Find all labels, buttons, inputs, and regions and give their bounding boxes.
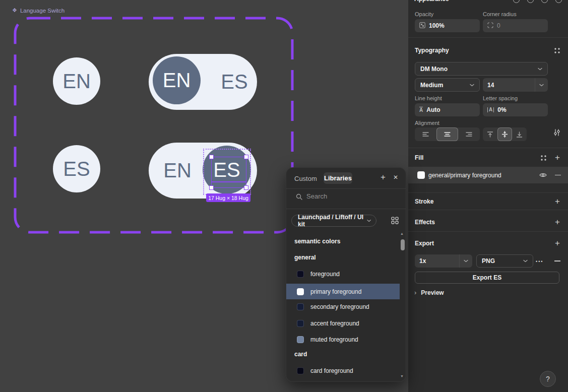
component-name-label[interactable]: ❖ Language Switch: [12, 7, 65, 14]
selection-bounding-box[interactable]: [211, 157, 246, 188]
library-selector-dropdown[interactable]: Launchpad / Liftoff / UI kit: [291, 215, 376, 227]
chevron-down-icon: [367, 219, 371, 222]
scroll-down-icon[interactable]: ▼: [400, 374, 404, 378]
header-icon-1[interactable]: [513, 0, 520, 3]
alignment-label: Alignment: [415, 120, 439, 126]
list-item-secondary-foreground[interactable]: secondary foreground: [286, 299, 400, 314]
grid-view-icon[interactable]: [391, 217, 399, 226]
component-frame-dashed-border[interactable]: [14, 17, 294, 234]
color-swatch: [297, 303, 304, 310]
color-swatch: [297, 320, 304, 327]
export-format-select[interactable]: PNG: [476, 254, 533, 268]
toggle-single-en[interactable]: EN: [53, 57, 100, 105]
search-input[interactable]: Search: [306, 192, 327, 200]
opacity-label: Opacity: [415, 11, 433, 17]
section-title-typography: Typography: [415, 47, 449, 54]
chevron-down-icon: [538, 68, 542, 71]
fill-row[interactable]: general/primary foreground: [408, 167, 568, 183]
add-icon[interactable]: +: [378, 172, 388, 182]
corner-radius-icon: [487, 22, 493, 30]
header-icon-2[interactable]: [527, 0, 534, 3]
list-item-foreground[interactable]: foreground: [286, 267, 400, 282]
export-remove-icon[interactable]: [554, 260, 560, 262]
libraries-panel: Custom Libraries + ✕ Search Launchpad / …: [286, 167, 406, 382]
font-family-select[interactable]: DM Mono: [415, 62, 548, 76]
font-size-value: 14: [487, 82, 494, 89]
export-more-icon[interactable]: •••: [536, 259, 543, 264]
list-item-accent-foreground[interactable]: accent foreground: [286, 316, 400, 331]
align-top-button[interactable]: [483, 127, 497, 141]
corner-radius-label: Corner radius: [483, 11, 517, 17]
opacity-input[interactable]: 100%: [415, 19, 480, 32]
selection-baseline: [212, 181, 246, 182]
letter-spacing-icon: A: [487, 107, 494, 112]
fill-styles-icon[interactable]: [540, 154, 547, 164]
fill-color-swatch[interactable]: [417, 171, 425, 179]
letter-spacing-input[interactable]: A 0%: [483, 103, 548, 116]
help-button[interactable]: ?: [540, 371, 556, 387]
font-family-value: DM Mono: [420, 66, 448, 73]
scrollbar-thumb[interactable]: [401, 239, 405, 250]
toggle-option-es[interactable]: ES: [212, 54, 257, 110]
toggle-knob-en[interactable]: EN: [153, 56, 201, 104]
font-size-select[interactable]: 14: [483, 78, 548, 92]
chevron-down-icon: [523, 259, 528, 263]
fill-remove-icon[interactable]: [555, 175, 561, 176]
tab-custom[interactable]: Custom: [294, 175, 317, 182]
horizontal-align-group: [415, 127, 480, 141]
selection-handle-top-left[interactable]: [209, 155, 214, 159]
opacity-value: 100%: [429, 22, 445, 29]
toggle-single-es[interactable]: ES: [53, 145, 100, 192]
letter-spacing-value: 0%: [497, 106, 506, 113]
close-icon[interactable]: ✕: [391, 173, 400, 182]
selection-handle-top-right[interactable]: [244, 155, 248, 159]
toggle-single-es-text: ES: [63, 158, 90, 180]
tab-libraries[interactable]: Libraries: [324, 172, 352, 184]
fill-add-icon[interactable]: +: [555, 153, 560, 162]
corner-radius-value: 0: [497, 22, 500, 29]
figma-editor: ❖ Language Switch EN EN ES ES EN ES 17 H…: [0, 0, 568, 392]
line-height-input[interactable]: A Auto: [415, 103, 480, 116]
opacity-icon: [419, 22, 425, 30]
font-weight-value: Medium: [420, 82, 443, 89]
corner-radius-input[interactable]: 0: [483, 19, 548, 32]
scroll-up-icon[interactable]: ▲: [400, 232, 404, 235]
list-item-primary-foreground[interactable]: primary foreground: [286, 284, 400, 299]
preview-toggle[interactable]: › Preview: [414, 289, 444, 296]
toggle-option-en[interactable]: EN: [155, 143, 200, 199]
font-weight-select[interactable]: Medium: [415, 78, 480, 92]
selection-handle-bottom-right[interactable]: [244, 185, 248, 190]
preview-label: Preview: [421, 289, 444, 296]
section-title-stroke: Stroke: [415, 198, 433, 205]
header-icon-3[interactable]: [541, 0, 548, 3]
export-es-button[interactable]: Export ES: [415, 272, 559, 284]
section-title-export: Export: [415, 240, 434, 247]
list-item-card-foreground[interactable]: card foreground: [286, 363, 400, 378]
chevron-down-icon: [464, 259, 468, 263]
align-right-button[interactable]: [458, 127, 480, 141]
type-settings-icon[interactable]: [553, 129, 560, 138]
toggle-knob-en-text: EN: [163, 69, 191, 92]
chevron-right-icon: ›: [414, 290, 416, 296]
effects-add-icon[interactable]: +: [555, 218, 560, 226]
section-title-appearance: Appearance: [414, 0, 449, 3]
export-scale-chevron[interactable]: [459, 254, 472, 268]
font-size-chevron[interactable]: [535, 78, 548, 92]
align-center-button[interactable]: [436, 127, 458, 141]
line-height-value: Auto: [426, 106, 440, 113]
selection-size-badge: 17 Hug × 18 Hug: [206, 193, 250, 202]
stroke-add-icon[interactable]: +: [555, 197, 560, 206]
align-left-button[interactable]: [415, 127, 436, 141]
list-item-muted-foreground[interactable]: muted foreground: [286, 332, 400, 347]
header-icon-4[interactable]: [555, 0, 562, 3]
eye-icon[interactable]: [539, 171, 547, 180]
export-scale-select[interactable]: 1x: [415, 254, 472, 268]
align-middle-button[interactable]: [497, 127, 512, 141]
typography-styles-icon[interactable]: [553, 47, 561, 56]
selection-handle-bottom-left[interactable]: [209, 185, 214, 190]
align-bottom-button[interactable]: [512, 127, 527, 141]
export-add-icon[interactable]: +: [555, 239, 560, 247]
toggle-pair-en-active[interactable]: EN ES: [149, 54, 257, 110]
list-item-label: secondary foreground: [310, 303, 369, 310]
section-title-fill: Fill: [415, 154, 423, 161]
